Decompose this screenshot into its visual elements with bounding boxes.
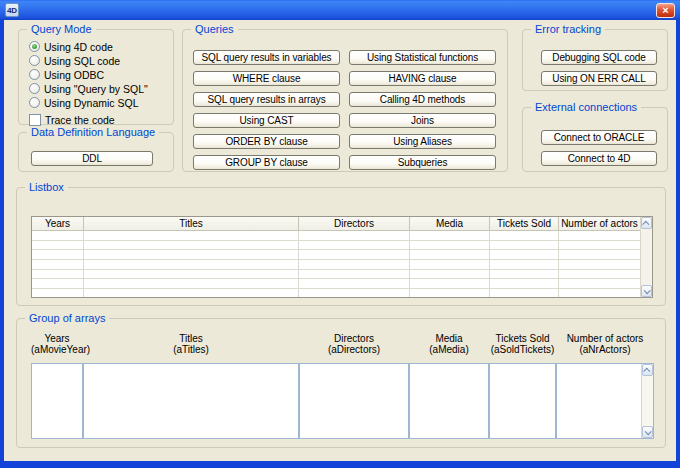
array-list-number-of-actors[interactable] (556, 363, 654, 439)
radio-icon (29, 55, 40, 66)
scroll-down-button[interactable] (642, 426, 653, 438)
btn-joins[interactable]: Joins (349, 113, 496, 128)
btn-where-clause[interactable]: WHERE clause (193, 71, 340, 86)
radio-label: Using Dynamic SQL (44, 97, 139, 109)
radio-using-4d-code[interactable]: Using 4D code (29, 41, 169, 52)
scroll-up-button[interactable] (642, 364, 653, 376)
array-list-tickets-sold[interactable] (489, 363, 556, 439)
radio-using-dynamic-sql[interactable]: Using Dynamic SQL (29, 97, 169, 108)
queries-group: Queries SQL query results in variables U… (182, 29, 508, 172)
radio-using-query-by-sql[interactable]: Using "Query by SQL" (29, 83, 169, 94)
listbox-row[interactable] (32, 231, 640, 241)
radio-icon (29, 97, 40, 108)
listbox-scrollbar[interactable] (640, 217, 652, 297)
using-on-err-call-button[interactable]: Using ON ERR CALL (541, 71, 657, 86)
checkbox-label: Trace the code (45, 114, 115, 126)
listbox-body (32, 231, 640, 297)
array-label-number-of-actors: Number of actors (aNrActors) (556, 333, 654, 355)
connect-to-oracle-button[interactable]: Connect to ORACLE (541, 130, 657, 145)
radio-selected-icon (29, 41, 40, 52)
btn-order-by-clause[interactable]: ORDER BY clause (193, 134, 340, 149)
column-header-tickets-sold[interactable]: Tickets Sold (490, 217, 559, 230)
array-label-years: Years (aMovieYear) (31, 333, 83, 355)
radio-label: Using "Query by SQL" (44, 83, 148, 95)
query-mode-group: Query Mode Using 4D code Using SQL code … (18, 29, 174, 125)
listbox-row[interactable] (32, 279, 640, 289)
close-button[interactable]: × (656, 3, 675, 18)
array-label-tickets-sold: Tickets Sold (aSoldTickets) (489, 333, 556, 355)
column-header-years[interactable]: Years (32, 217, 84, 230)
connect-to-4d-button[interactable]: Connect to 4D (541, 151, 657, 166)
column-header-media[interactable]: Media (410, 217, 490, 230)
btn-sql-query-results-in-variables[interactable]: SQL query results in variables (193, 50, 340, 65)
queries-label: Queries (191, 23, 238, 36)
app-4d-icon: 4D (5, 3, 19, 17)
external-connections-group: External connections Connect to ORACLE C… (522, 107, 668, 172)
btn-subqueries[interactable]: Subqueries (349, 155, 496, 170)
query-mode-options: Using 4D code Using SQL code Using ODBC … (29, 41, 169, 125)
array-scrollbar[interactable] (641, 364, 653, 438)
group-of-arrays: Group of arrays Years (aMovieYear) Title… (16, 318, 666, 448)
column-header-directors[interactable]: Directors (299, 217, 410, 230)
scroll-up-button[interactable] (641, 217, 652, 229)
error-tracking-group: Error tracking Debugging SQL code Using … (522, 29, 668, 91)
listbox-group: Listbox Years Titles Directors Media Tic… (16, 187, 666, 306)
array-list-directors[interactable] (299, 363, 409, 439)
debugging-sql-code-button[interactable]: Debugging SQL code (541, 50, 657, 65)
btn-sql-query-results-in-arrays[interactable]: SQL query results in arrays (193, 92, 340, 107)
group-of-arrays-label: Group of arrays (25, 312, 109, 325)
ddl-group: Data Definition Language DDL (18, 132, 174, 172)
query-mode-label: Query Mode (27, 23, 96, 36)
ddl-group-label: Data Definition Language (27, 126, 159, 139)
radio-label: Using 4D code (44, 41, 113, 53)
external-connections-label: External connections (531, 101, 641, 114)
app-window: 4D × Query Mode Using 4D code Using SQL … (0, 0, 680, 468)
column-header-titles[interactable]: Titles (84, 217, 299, 230)
radio-using-odbc[interactable]: Using ODBC (29, 69, 169, 80)
chevron-up-icon (643, 367, 650, 374)
listbox-table[interactable]: Years Titles Directors Media Tickets Sol… (31, 216, 653, 298)
array-label-directors: Directors (aDirectors) (299, 333, 409, 355)
error-tracking-label: Error tracking (531, 23, 605, 36)
btn-having-clause[interactable]: HAVING clause (349, 71, 496, 86)
listbox-row[interactable] (32, 260, 640, 270)
checkbox-icon (29, 114, 41, 126)
btn-calling-4d-methods[interactable]: Calling 4D methods (349, 92, 496, 107)
queries-button-grid: SQL query results in variables Using Sta… (193, 50, 496, 170)
btn-group-by-clause[interactable]: GROUP BY clause (193, 155, 340, 170)
listbox-row[interactable] (32, 270, 640, 280)
listbox-row[interactable] (32, 289, 640, 297)
close-icon: × (662, 5, 668, 16)
chevron-up-icon (642, 220, 649, 227)
radio-using-sql-code[interactable]: Using SQL code (29, 55, 169, 66)
array-list-years[interactable] (31, 363, 83, 439)
radio-label: Using ODBC (44, 69, 104, 81)
listbox-header: Years Titles Directors Media Tickets Sol… (32, 217, 652, 231)
ddl-button[interactable]: DDL (31, 151, 153, 166)
listbox-row[interactable] (32, 241, 640, 251)
array-label-titles: Titles (aTitles) (83, 333, 299, 355)
btn-using-statistical-functions[interactable]: Using Statistical functions (349, 50, 496, 65)
radio-icon (29, 83, 40, 94)
array-label-media: Media (aMedia) (409, 333, 489, 355)
column-header-number-of-actors[interactable]: Number of actors (559, 217, 640, 230)
checkbox-trace-the-code[interactable]: Trace the code (29, 114, 169, 125)
radio-icon (29, 69, 40, 80)
listbox-label: Listbox (25, 181, 68, 194)
titlebar[interactable]: 4D × (0, 0, 680, 20)
listbox-row[interactable] (32, 250, 640, 260)
radio-label: Using SQL code (44, 55, 120, 67)
client-area: Query Mode Using 4D code Using SQL code … (4, 20, 676, 461)
btn-using-aliases[interactable]: Using Aliases (349, 134, 496, 149)
chevron-down-icon (644, 287, 651, 294)
array-list-titles[interactable] (83, 363, 299, 439)
scroll-down-button[interactable] (641, 285, 652, 297)
chevron-down-icon (645, 428, 652, 435)
array-list-media[interactable] (409, 363, 489, 439)
btn-using-cast[interactable]: Using CAST (193, 113, 340, 128)
